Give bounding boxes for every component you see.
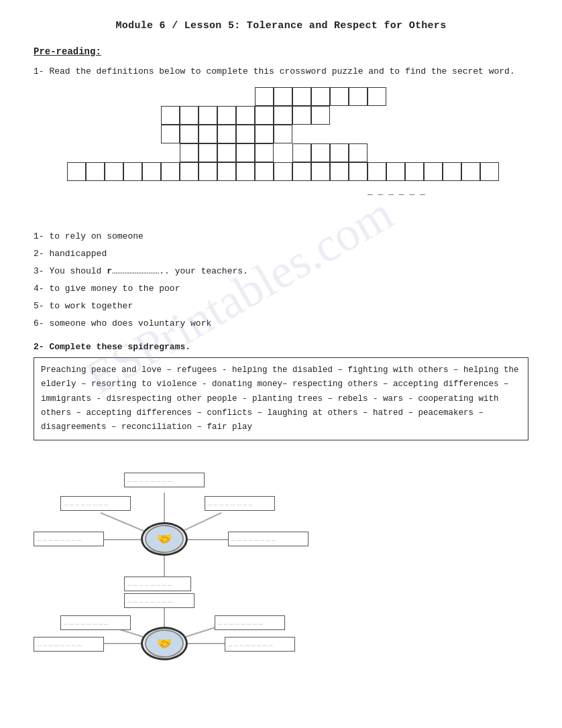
crossword-instruction: 1- Read the definitions below to complet… bbox=[34, 66, 528, 76]
crossword-row5 bbox=[67, 162, 499, 181]
crossword-row4b bbox=[292, 143, 368, 162]
spider1-top-box: …………………… bbox=[124, 473, 205, 487]
spider1-left-box: …………………… bbox=[34, 532, 104, 546]
spider1-top-dots: …………………… bbox=[127, 476, 174, 484]
handshake-icon-2: 🤝 bbox=[144, 629, 184, 658]
spider1-topleft-box: …………………… bbox=[60, 496, 131, 511]
prereading-heading: Pre-reading: bbox=[34, 46, 528, 57]
spider2-top-box: …………………… bbox=[124, 593, 194, 608]
crossword-row3 bbox=[161, 125, 292, 143]
def-1: 1- to rely on someone bbox=[34, 228, 528, 245]
spider1-topright-box: …………………… bbox=[205, 496, 275, 511]
def-2: 2- handicapped bbox=[34, 245, 528, 263]
spider2-left-box: …………………… bbox=[60, 615, 131, 630]
crossword-puzzle: _ _ _ _ _ _ bbox=[34, 87, 528, 221]
def-5: 5- to work together bbox=[34, 298, 528, 315]
crossword-row4a bbox=[180, 143, 274, 162]
spider1-bottom-box: …………………… bbox=[124, 577, 191, 591]
spidergram-section: …………………… …………………… …………………… …………………… …………… bbox=[34, 452, 528, 680]
spider2-rightbottom-box: …………………… bbox=[225, 637, 295, 652]
definitions-list: 1- to rely on someone 2- handicapped 3- … bbox=[34, 228, 528, 332]
crossword-row2 bbox=[161, 106, 330, 125]
crossword-row1 bbox=[255, 87, 386, 106]
spider2-leftbottom-box: …………………… bbox=[34, 637, 104, 652]
handshake-icon: 🤝 bbox=[144, 524, 184, 554]
spider1-center: 🤝 bbox=[141, 522, 188, 556]
def-6: 6- someone who does voluntary work bbox=[34, 315, 528, 332]
secret-word-dash: _ _ _ _ _ _ bbox=[368, 186, 425, 196]
def-3: 3- You should r……………………….. your teachers… bbox=[34, 263, 528, 280]
page-title: Module 6 / Lesson 5: Tolerance and Respe… bbox=[34, 20, 528, 32]
spider2-center: 🤝 bbox=[141, 627, 188, 660]
def-4: 4- to give money to the poor bbox=[34, 280, 528, 298]
wordbank: Preaching peace and love – refugees - he… bbox=[34, 357, 528, 440]
svg-text:🤝: 🤝 bbox=[157, 636, 172, 651]
svg-text:🤝: 🤝 bbox=[157, 532, 172, 546]
spider2-right-box: …………………… bbox=[215, 615, 285, 630]
spider1-right-box: …………………… bbox=[228, 532, 308, 546]
section2-label: 2- Complete these spidregrams. bbox=[34, 342, 528, 352]
